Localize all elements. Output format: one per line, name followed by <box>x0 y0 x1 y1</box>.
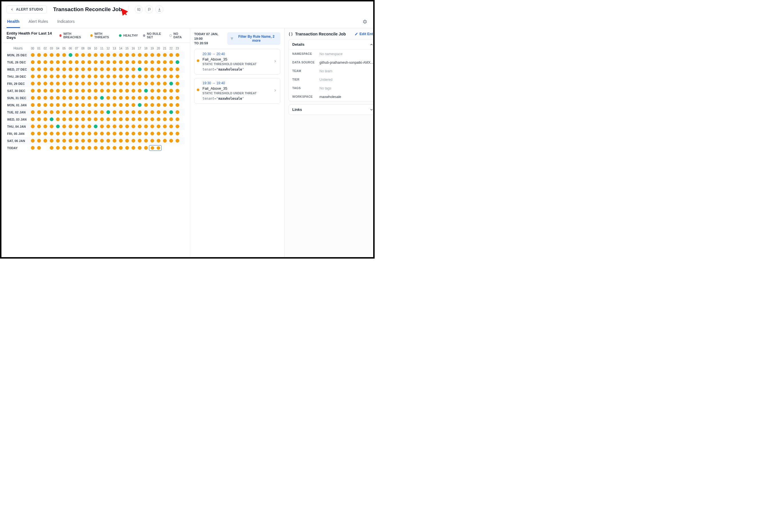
health-cell[interactable] <box>130 137 136 144</box>
health-cell[interactable] <box>67 101 73 109</box>
health-cell[interactable] <box>29 73 36 80</box>
health-cell[interactable] <box>61 130 67 137</box>
health-cell[interactable] <box>92 137 99 144</box>
health-cell[interactable] <box>42 87 48 94</box>
health-cell[interactable] <box>67 94 73 101</box>
health-cell[interactable] <box>61 137 67 144</box>
health-cell[interactable] <box>174 137 180 144</box>
health-cell[interactable] <box>149 73 155 80</box>
health-cell[interactable] <box>143 137 149 144</box>
health-cell[interactable] <box>111 116 117 123</box>
health-cell[interactable] <box>111 59 117 66</box>
health-cell[interactable] <box>161 51 168 59</box>
health-cell[interactable] <box>55 80 61 87</box>
health-cell[interactable] <box>92 116 99 123</box>
health-cell[interactable] <box>117 116 124 123</box>
health-cell[interactable] <box>117 144 124 151</box>
health-cell[interactable] <box>124 80 130 87</box>
health-cell[interactable] <box>61 80 67 87</box>
health-cell[interactable] <box>124 66 130 73</box>
health-cell[interactable] <box>29 87 36 94</box>
health-cell[interactable] <box>67 66 73 73</box>
health-cell[interactable] <box>86 51 92 59</box>
health-cell[interactable] <box>67 116 73 123</box>
health-cell[interactable] <box>61 144 67 151</box>
health-cell[interactable] <box>80 51 86 59</box>
health-cell[interactable] <box>136 87 143 94</box>
health-cell[interactable] <box>86 101 92 109</box>
health-cell[interactable] <box>48 109 55 116</box>
health-cell[interactable] <box>92 87 99 94</box>
health-cell[interactable] <box>174 109 180 116</box>
health-cell[interactable] <box>143 73 149 80</box>
health-cell[interactable] <box>48 73 55 80</box>
health-cell[interactable] <box>92 123 99 130</box>
health-cell[interactable] <box>117 59 124 66</box>
download-icon-button[interactable] <box>155 5 163 13</box>
health-cell[interactable] <box>67 80 73 87</box>
health-cell[interactable] <box>149 87 155 94</box>
health-cell[interactable] <box>42 101 48 109</box>
health-cell[interactable] <box>42 59 48 66</box>
pagerduty-icon-button[interactable] <box>145 5 153 13</box>
health-cell[interactable] <box>99 80 105 87</box>
health-cell[interactable] <box>42 66 48 73</box>
health-cell[interactable] <box>168 66 174 73</box>
health-cell[interactable] <box>92 73 99 80</box>
health-cell[interactable] <box>149 66 155 73</box>
health-cell[interactable] <box>61 51 67 59</box>
health-cell[interactable] <box>105 66 111 73</box>
health-cell[interactable] <box>111 109 117 116</box>
health-cell[interactable] <box>117 123 124 130</box>
health-cell[interactable] <box>67 123 73 130</box>
health-cell[interactable] <box>55 101 61 109</box>
health-cell[interactable] <box>117 94 124 101</box>
health-cell[interactable] <box>168 123 174 130</box>
health-cell[interactable] <box>136 80 143 87</box>
health-cell[interactable] <box>61 87 67 94</box>
health-cell[interactable] <box>105 123 111 130</box>
health-cell[interactable] <box>61 116 67 123</box>
health-cell[interactable] <box>111 73 117 80</box>
health-cell[interactable] <box>92 51 99 59</box>
health-cell[interactable] <box>55 116 61 123</box>
health-cell[interactable] <box>42 144 48 151</box>
health-cell[interactable] <box>55 87 61 94</box>
health-cell[interactable] <box>155 80 161 87</box>
health-cell[interactable] <box>42 137 48 144</box>
health-cell[interactable] <box>155 87 161 94</box>
health-cell[interactable] <box>67 130 73 137</box>
health-cell[interactable] <box>99 109 105 116</box>
health-cell[interactable] <box>80 59 86 66</box>
health-cell[interactable] <box>67 87 73 94</box>
health-cell[interactable] <box>117 87 124 94</box>
health-cell[interactable] <box>36 66 42 73</box>
health-cell[interactable] <box>67 73 73 80</box>
health-cell[interactable] <box>48 137 55 144</box>
health-cell[interactable] <box>29 59 36 66</box>
health-cell[interactable] <box>36 87 42 94</box>
health-cell[interactable] <box>67 51 73 59</box>
health-cell[interactable] <box>29 144 36 151</box>
health-cell[interactable] <box>105 94 111 101</box>
health-cell[interactable] <box>130 130 136 137</box>
health-cell[interactable] <box>36 109 42 116</box>
health-cell[interactable] <box>48 87 55 94</box>
health-cell[interactable] <box>130 109 136 116</box>
health-cell[interactable] <box>48 59 55 66</box>
health-cell[interactable] <box>130 94 136 101</box>
health-cell[interactable] <box>86 109 92 116</box>
health-cell[interactable] <box>92 94 99 101</box>
health-cell[interactable] <box>86 87 92 94</box>
health-cell[interactable] <box>174 116 180 123</box>
health-cell[interactable] <box>36 73 42 80</box>
health-cell[interactable] <box>124 51 130 59</box>
health-cell[interactable] <box>55 59 61 66</box>
health-cell[interactable] <box>136 73 143 80</box>
health-cell[interactable] <box>86 59 92 66</box>
health-cell[interactable] <box>136 137 143 144</box>
health-cell[interactable] <box>29 109 36 116</box>
health-cell[interactable] <box>105 59 111 66</box>
health-cell[interactable] <box>111 94 117 101</box>
health-cell[interactable] <box>174 73 180 80</box>
